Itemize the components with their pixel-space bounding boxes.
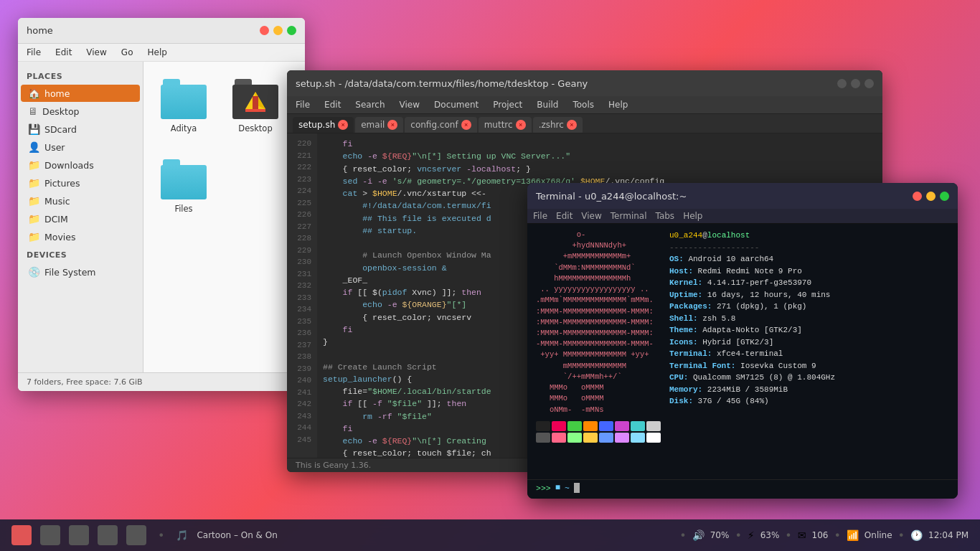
geany-menu-document[interactable]: Document: [431, 98, 481, 111]
window-controls: [260, 26, 296, 35]
prompt-dir-icon: ■: [555, 483, 560, 493]
sidebar-item-home[interactable]: 🏠 home: [21, 85, 140, 102]
geany-min-btn[interactable]: [851, 79, 860, 88]
file-main-content: Aditya: [143, 62, 305, 372]
geany-menu-file[interactable]: File: [293, 98, 313, 111]
sidebar-item-sdcard[interactable]: 💾 SDcard: [21, 121, 140, 138]
sidebar-item-home-label: home: [44, 88, 70, 99]
terminal-cursor: [574, 483, 580, 493]
terminal-titlebar: Terminal - u0_a244@localhost:~: [527, 183, 958, 209]
sidebar-item-user[interactable]: 👤 User: [21, 138, 140, 156]
swatch-5: [599, 421, 613, 431]
window-minimize-button[interactable]: [273, 26, 283, 35]
terminal-min-btn[interactable]: [926, 192, 936, 201]
terminal-menu-help[interactable]: Help: [683, 211, 702, 221]
file-manager-titlebar: home: [18, 18, 305, 44]
sidebar-item-pictures[interactable]: 📁 Pictures: [21, 174, 140, 192]
geany-close-btn[interactable]: [837, 79, 847, 88]
taskbar: • 🎵 Cartoon – On & On • 🔊 70% • ⚡ 63% • …: [0, 519, 980, 551]
terminal-prompt-area[interactable]: >>> ■ ~: [527, 479, 958, 499]
geany-tab-muttrc[interactable]: muttrc ×: [479, 117, 532, 133]
nf-theme: Theme: Adapta-Nokto [GTK2/3]: [669, 324, 835, 336]
menu-file[interactable]: File: [24, 46, 44, 59]
geany-menu-project[interactable]: Project: [490, 98, 525, 111]
file-grid: Aditya: [155, 73, 293, 220]
nf-theme-value: Adapta-Nokto [GTK2/3]: [702, 326, 802, 334]
geany-menu-build[interactable]: Build: [534, 98, 561, 111]
email-icon: ✉: [798, 529, 806, 541]
nf-host: Host: Redmi Redmi Note 9 Pro: [669, 265, 835, 278]
file-item-files[interactable]: Files: [155, 154, 212, 220]
window-close-button[interactable]: [260, 26, 269, 35]
window-maximize-button[interactable]: [287, 26, 296, 35]
file-item-desktop[interactable]: Desktop: [227, 73, 284, 139]
geany-menu-help[interactable]: Help: [606, 98, 631, 111]
taskbar-app-btn-2[interactable]: [40, 525, 60, 545]
menu-edit[interactable]: Edit: [52, 46, 75, 59]
terminal-window-controls: [913, 192, 949, 201]
sidebar-item-music[interactable]: 📁 Music: [21, 192, 140, 209]
file-manager-statusbar: 7 folders, Free space: 7.6 GiB: [18, 372, 305, 391]
swatch-7: [631, 421, 645, 431]
sidebar-item-movies[interactable]: 📁 Movies: [21, 228, 140, 245]
nf-memory: Memory: 2234MiB / 3589MiB: [669, 384, 835, 396]
menu-view[interactable]: View: [83, 46, 109, 59]
geany-tab-setup-close[interactable]: ×: [338, 120, 348, 130]
terminal-menu-edit[interactable]: Edit: [556, 211, 573, 221]
svg-rect-3: [253, 96, 258, 109]
geany-tab-zshrc[interactable]: .zshrc ×: [533, 117, 583, 133]
swatch-6: [615, 421, 629, 431]
home-icon: 🏠: [28, 88, 40, 99]
geany-tab-zshrc-close[interactable]: ×: [567, 120, 577, 130]
sidebar-item-downloads-label: Downloads: [44, 160, 94, 171]
taskbar-app-btn-1[interactable]: [11, 525, 32, 545]
geany-menu-tools[interactable]: Tools: [570, 98, 597, 111]
sidebar-item-filesystem[interactable]: 💿 File System: [21, 263, 140, 281]
sidebar-item-dcim[interactable]: 📁 DCIM: [21, 210, 140, 227]
volume-icon: 🔊: [692, 529, 705, 541]
geany-tab-email[interactable]: email ×: [355, 117, 403, 133]
terminal-menu-tabs[interactable]: Tabs: [656, 211, 675, 221]
terminal-menu-file[interactable]: File: [533, 211, 547, 221]
geany-menubar: File Edit Search View Document Project B…: [287, 96, 882, 114]
pictures-icon: 📁: [28, 177, 40, 189]
geany-tab-config[interactable]: config.conf ×: [405, 117, 476, 133]
geany-tab-config-close[interactable]: ×: [461, 120, 471, 130]
geany-menu-view[interactable]: View: [397, 98, 423, 111]
menu-help[interactable]: Help: [144, 46, 169, 59]
swatch-row-2: [536, 433, 661, 443]
taskbar-app-btn-4[interactable]: [98, 525, 118, 545]
taskbar-app-btn-3[interactable]: [69, 525, 89, 545]
svg-rect-2: [245, 109, 265, 112]
file-item-aditya[interactable]: Aditya: [155, 73, 212, 139]
taskbar-right-dot-3: •: [785, 529, 791, 542]
color-swatches: [536, 418, 661, 443]
geany-tab-muttrc-close[interactable]: ×: [516, 120, 526, 130]
music-note-icon: 🎵: [176, 529, 188, 541]
sidebar-item-desktop[interactable]: 🖥 Desktop: [21, 103, 140, 120]
geany-menu-search[interactable]: Search: [352, 98, 387, 111]
sidebar-item-downloads[interactable]: 📁 Downloads: [21, 156, 140, 174]
geany-tab-email-close[interactable]: ×: [387, 120, 397, 130]
nf-disk-label: Disk:: [669, 397, 698, 405]
terminal-menu-terminal[interactable]: Terminal: [611, 211, 647, 221]
nf-kernel: Kernel: 4.14.117-perf-g3e53970: [669, 277, 835, 289]
sidebar-item-sdcard-label: SDcard: [44, 124, 77, 135]
terminal-max-btn[interactable]: [940, 192, 949, 201]
nf-host-value: Redmi Redmi Note 9 Pro: [698, 267, 802, 276]
file-manager-body: Places 🏠 home 🖥 Desktop 💾 SDcard 👤 User …: [18, 62, 305, 372]
geany-menu-edit[interactable]: Edit: [321, 98, 344, 111]
geany-max-btn[interactable]: [864, 79, 874, 88]
swatch-9: [536, 433, 550, 443]
terminal-close-btn[interactable]: [913, 192, 922, 201]
neofetch-section: o- +hydNNNNdyh+ +mMMMMMMMMMMMm+ `dMMm:NM…: [536, 230, 661, 474]
nf-icons-label: Icons:: [669, 338, 702, 347]
nf-terminal-value: xfce4-terminal: [717, 349, 783, 358]
menu-go[interactable]: Go: [118, 46, 136, 59]
geany-tab-setup[interactable]: setup.sh ×: [293, 117, 354, 133]
geany-title: setup.sh - /data/data/com.termux/files/h…: [296, 78, 588, 89]
sidebar-item-pictures-label: Pictures: [44, 178, 80, 189]
dcim-icon: 📁: [28, 213, 40, 225]
taskbar-app-btn-5[interactable]: [126, 525, 146, 545]
terminal-menu-view[interactable]: View: [581, 211, 601, 221]
